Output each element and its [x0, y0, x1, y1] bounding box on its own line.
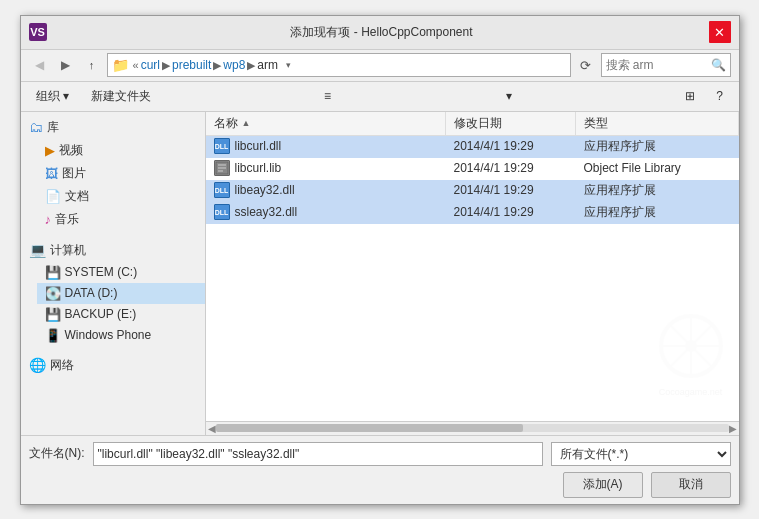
sidebar-item-computer[interactable]: 💻 计算机: [21, 239, 205, 262]
svg-line-8: [670, 325, 712, 367]
close-button[interactable]: ✕: [709, 21, 731, 43]
scroll-track: [216, 424, 729, 432]
drive-e-icon: 💾: [45, 307, 61, 322]
sidebar-item-music[interactable]: ♪ 音乐: [37, 208, 205, 231]
library-icon: 🗂: [29, 119, 43, 135]
bottom-bar: 文件名(N): 所有文件(*.*) 添加(A) 取消: [21, 435, 739, 504]
title-bar: VS 添加现有项 - HelloCppComponent ✕: [21, 16, 739, 50]
scroll-right-btn[interactable]: ▶: [729, 423, 737, 434]
file-date-libeay32-dll: 2014/4/1 19:29: [446, 180, 576, 201]
library-children: ▶ 视频 🖼 图片 📄 文档 ♪ 音乐: [21, 139, 205, 231]
search-icon[interactable]: 🔍: [711, 58, 726, 72]
view-grid-button[interactable]: ⊞: [679, 85, 701, 107]
sidebar-item-video[interactable]: ▶ 视频: [37, 139, 205, 162]
file-date-libcurl-lib: 2014/4/1 19:29: [446, 158, 576, 179]
col-header-date[interactable]: 修改日期: [446, 112, 576, 135]
file-name-ssleay32-dll: DLL ssleay32.dll: [206, 202, 446, 223]
path-segment-curl[interactable]: curl: [141, 58, 160, 72]
content-area: 🗂 库 ▶ 视频 🖼 图片 📄 文档 ♪ 音乐: [21, 112, 739, 435]
sidebar-item-drive-c[interactable]: 💾 SYSTEM (C:): [37, 262, 205, 283]
path-segment-prebuilt[interactable]: prebuilt: [172, 58, 211, 72]
sidebar-item-phone[interactable]: 📱 Windows Phone: [37, 325, 205, 346]
up-icon: ↑: [89, 59, 95, 71]
up-button[interactable]: ↑: [81, 54, 103, 76]
scroll-thumb: [216, 424, 524, 432]
path-icon: 📁: [112, 57, 129, 73]
filename-label: 文件名(N):: [29, 445, 85, 462]
refresh-icon: ⟳: [580, 58, 591, 73]
file-type-ssleay32-dll: 应用程序扩展: [576, 202, 739, 223]
file-type-libcurl-lib: Object File Library: [576, 158, 739, 179]
view-dropdown-icon: ▾: [506, 89, 512, 103]
music-icon: ♪: [45, 212, 52, 227]
horizontal-scrollbar[interactable]: ◀ ▶: [206, 421, 739, 435]
sidebar-item-drive-d[interactable]: 💽 DATA (D:): [37, 283, 205, 304]
cancel-button[interactable]: 取消: [651, 472, 731, 498]
col-header-type[interactable]: 类型: [576, 112, 739, 135]
sidebar-item-network[interactable]: 🌐 网络: [21, 354, 205, 377]
filetype-select[interactable]: 所有文件(*.*): [551, 442, 731, 466]
network-icon: 🌐: [29, 357, 46, 373]
view-grid-icon: ⊞: [685, 89, 695, 103]
file-type-libeay32-dll: 应用程序扩展: [576, 180, 739, 201]
sidebar-item-library[interactable]: 🗂 库: [21, 116, 205, 139]
dll-icon-3: DLL: [214, 204, 230, 220]
navigation-toolbar: ◀ ▶ ↑ 📁 « curl ▶ prebuilt ▶ wp8 ▶ arm ▾ …: [21, 50, 739, 82]
view-list-icon: ≡: [324, 89, 331, 103]
drive-c-icon: 💾: [45, 265, 61, 280]
file-date-ssleay32-dll: 2014/4/1 19:29: [446, 202, 576, 223]
dialog: VS 添加现有项 - HelloCppComponent ✕ ◀ ▶ ↑ 📁 «…: [20, 15, 740, 505]
help-icon: ?: [716, 89, 723, 103]
watermark: Cocoagame.net: [655, 310, 727, 397]
dll-icon-1: DLL: [214, 138, 230, 154]
watermark-text: Cocoagame.net: [655, 387, 727, 397]
action-row: 添加(A) 取消: [29, 472, 731, 498]
new-folder-button[interactable]: 新建文件夹: [84, 85, 158, 108]
search-input[interactable]: [606, 58, 711, 72]
file-name-libeay32-dll: DLL libeay32.dll: [206, 180, 446, 201]
file-name-libcurl-lib: libcurl.lib: [206, 158, 446, 179]
window-title: 添加现有项 - HelloCppComponent: [55, 24, 709, 41]
path-segment-arm[interactable]: arm: [257, 58, 278, 72]
file-row-ssleay32-dll[interactable]: DLL ssleay32.dll 2014/4/1 19:29 应用程序扩展: [206, 202, 739, 224]
file-row-libcurl-lib[interactable]: libcurl.lib 2014/4/1 19:29 Object File L…: [206, 158, 739, 180]
view-dropdown-button[interactable]: ▾: [498, 85, 520, 107]
file-row-libcurl-dll[interactable]: DLL libcurl.dll 2014/4/1 19:29 应用程序扩展: [206, 136, 739, 158]
document-icon: 📄: [45, 189, 61, 204]
view-mode-button[interactable]: ≡: [317, 85, 339, 107]
action-toolbar: 组织 ▾ 新建文件夹 ≡ ▾ ⊞ ?: [21, 82, 739, 112]
svg-line-7: [670, 325, 712, 367]
refresh-button[interactable]: ⟳: [575, 54, 597, 76]
path-dropdown-button[interactable]: ▾: [280, 57, 296, 73]
path-segment-wp8[interactable]: wp8: [223, 58, 245, 72]
picture-icon: 🖼: [45, 166, 58, 181]
svg-point-9: [685, 340, 697, 352]
filename-input[interactable]: [93, 442, 543, 466]
video-icon: ▶: [45, 143, 55, 158]
col-header-name[interactable]: 名称 ▲: [206, 112, 446, 135]
organize-button[interactable]: 组织 ▾: [29, 85, 76, 108]
sidebar: 🗂 库 ▶ 视频 🖼 图片 📄 文档 ♪ 音乐: [21, 112, 206, 435]
filename-row: 文件名(N): 所有文件(*.*): [29, 442, 731, 466]
dll-icon-2: DLL: [214, 182, 230, 198]
add-button[interactable]: 添加(A): [563, 472, 643, 498]
sidebar-item-document[interactable]: 📄 文档: [37, 185, 205, 208]
app-icon: VS: [29, 23, 47, 41]
sidebar-item-drive-e[interactable]: 💾 BACKUP (E:): [37, 304, 205, 325]
lib-icon-1: [214, 160, 230, 176]
forward-button[interactable]: ▶: [55, 54, 77, 76]
file-type-libcurl-dll: 应用程序扩展: [576, 136, 739, 157]
sort-arrow-name: ▲: [242, 118, 251, 128]
svg-point-4: [661, 316, 721, 376]
back-button[interactable]: ◀: [29, 54, 51, 76]
sidebar-item-picture[interactable]: 🖼 图片: [37, 162, 205, 185]
computer-icon: 💻: [29, 242, 46, 258]
file-row-libeay32-dll[interactable]: DLL libeay32.dll 2014/4/1 19:29 应用程序扩展: [206, 180, 739, 202]
file-list: DLL libcurl.dll 2014/4/1 19:29 应用程序扩展: [206, 136, 739, 421]
help-button[interactable]: ?: [709, 85, 731, 107]
scroll-left-btn[interactable]: ◀: [208, 423, 216, 434]
drive-d-icon: 💽: [45, 286, 61, 301]
file-list-header: 名称 ▲ 修改日期 类型: [206, 112, 739, 136]
search-bar: 🔍: [601, 53, 731, 77]
file-name-libcurl-dll: DLL libcurl.dll: [206, 136, 446, 157]
